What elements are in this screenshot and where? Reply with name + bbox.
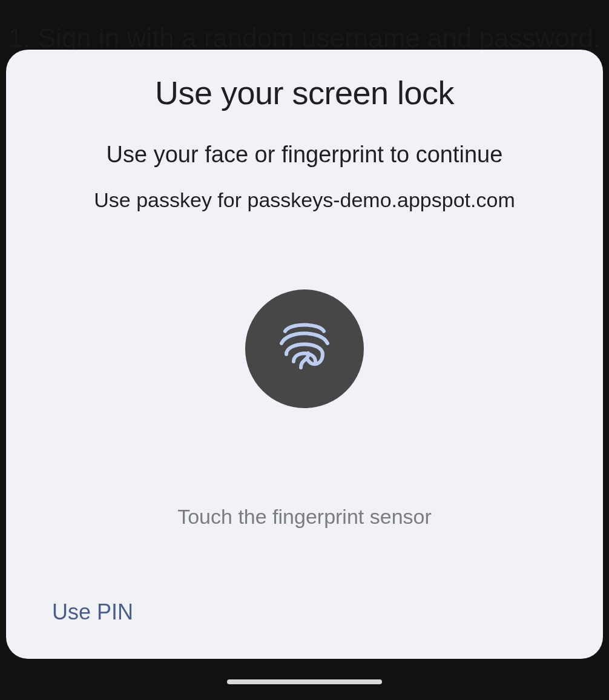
use-pin-button[interactable]: Use PIN [52,599,133,625]
home-indicator[interactable] [227,679,382,684]
fingerprint-icon [278,318,331,380]
fingerprint-hint-text: Touch the fingerprint sensor [177,505,432,529]
passkey-domain-text: Use passkey for passkeys-demo.appspot.co… [94,188,515,212]
biometric-prompt-sheet: Use your screen lock Use your face or fi… [6,50,603,659]
dialog-title: Use your screen lock [155,74,454,111]
dialog-subtitle: Use your face or fingerprint to continue [107,142,503,168]
background-page-text: 1. Sign in with a random username and pa… [0,23,609,53]
fingerprint-sensor-button[interactable] [245,289,364,408]
navigation-bar [0,664,609,700]
